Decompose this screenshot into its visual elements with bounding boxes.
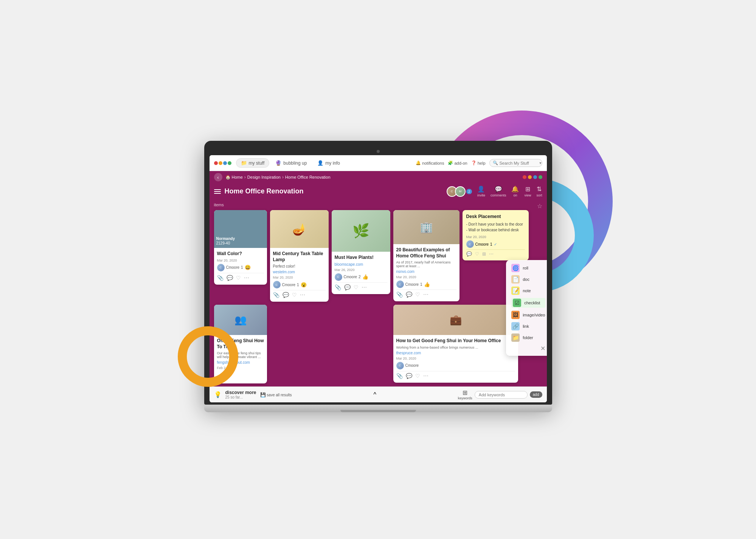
- add-image-video-btn[interactable]: 🖼 image/video: [511, 311, 545, 319]
- avatar-count: 2: [466, 189, 472, 194]
- notifications-btn[interactable]: 🔔 notifications: [416, 160, 444, 165]
- plants-comment[interactable]: 💬: [344, 284, 351, 290]
- wall-color-count: 1: [241, 265, 243, 270]
- search-input[interactable]: [500, 161, 537, 165]
- breadcrumb-design-inspiration[interactable]: Design Inspiration: [247, 175, 281, 179]
- like-action[interactable]: ♡: [236, 275, 241, 281]
- star-icon[interactable]: ☆: [537, 203, 542, 210]
- bubbling-up-icon: 🔮: [275, 160, 281, 166]
- lamp-title: Mid Century Task Table Lamp: [273, 251, 326, 263]
- logo-dot-orange: [219, 161, 222, 165]
- lamp-emoji: 😮: [301, 282, 307, 288]
- chevron-up-btn[interactable]: ^: [373, 391, 376, 398]
- menu-button[interactable]: [214, 189, 221, 194]
- lamp-clip[interactable]: 📎: [273, 292, 279, 298]
- gf-clip[interactable]: 📎: [396, 373, 403, 379]
- plants-like[interactable]: ♡: [354, 284, 359, 290]
- add-doc-btn[interactable]: 📄 doc: [511, 275, 545, 284]
- breadcrumb-home[interactable]: 🏠 Home: [225, 175, 243, 180]
- color-dots-group: [523, 175, 542, 179]
- plants-clip[interactable]: 📎: [335, 284, 341, 290]
- fengshui-comment[interactable]: 💬: [406, 291, 412, 298]
- invite-btn[interactable]: 👤 invite: [477, 185, 485, 197]
- on-btn[interactable]: 🔔 on: [511, 185, 519, 197]
- card-good-fengshui: 💼 How to Get Good Feng Shui in Your Home…: [393, 305, 518, 383]
- desk-comment-icon[interactable]: 💬: [466, 251, 472, 257]
- save-all-icon: 💾: [260, 392, 266, 397]
- back-button[interactable]: ‹: [214, 173, 222, 181]
- good-fengshui-img: 💼: [393, 305, 518, 335]
- page-title: Home Office Renovation: [225, 187, 447, 195]
- breadcrumb-home-office[interactable]: Home Office Renovation: [285, 175, 331, 179]
- gf-comment[interactable]: 💬: [406, 373, 412, 379]
- lamp-more[interactable]: ⋯: [300, 292, 305, 298]
- good-fengshui-link[interactable]: thespruce.com: [396, 351, 515, 355]
- good-fengshui-author: Cmoore: [405, 363, 419, 368]
- wall-color-actions: 📎 💬 ♡ ⋯: [217, 273, 264, 282]
- add-menu: 🌀 roll 📄 doc 📝 note ☑: [506, 260, 546, 356]
- fengshui-clip[interactable]: 📎: [396, 291, 403, 298]
- office-fengshui-link[interactable]: fengshui.about.com: [217, 360, 264, 365]
- keywords-label: keywords: [458, 396, 472, 400]
- app-topbar: 📁 my stuff 🔮 bubbling up 👤 my info: [210, 155, 547, 171]
- tab-group: 📁 my stuff 🔮 bubbling up 👤 my info: [236, 158, 416, 168]
- desk-placement-author: Cmoore: [475, 242, 489, 246]
- help-btn[interactable]: ❓ help: [471, 160, 486, 165]
- discover-label: discover more: [225, 390, 256, 395]
- invite-icon: 👤: [477, 185, 485, 193]
- desk-like-icon[interactable]: ♡: [475, 251, 479, 257]
- add-menu-close-btn[interactable]: ✕: [511, 345, 545, 352]
- dot-red: [523, 175, 526, 179]
- fengshui-more[interactable]: ⋯: [423, 291, 428, 298]
- fengshui-like[interactable]: ♡: [415, 291, 420, 298]
- wall-color-title: Wall Color?: [217, 251, 264, 257]
- tab-bubbling-up[interactable]: 🔮 bubbling up: [271, 158, 311, 168]
- comments-btn[interactable]: 💬 comments: [491, 185, 506, 197]
- on-icon: 🔔: [511, 185, 519, 193]
- notifications-label: notifications: [422, 161, 444, 165]
- desk-placement-title: Desk Placement: [466, 214, 525, 219]
- lamp-link[interactable]: westelm.com: [273, 270, 326, 274]
- add-link-btn[interactable]: 🔗 link: [511, 322, 545, 330]
- avatar-group[interactable]: C M 2: [447, 186, 472, 197]
- add-folder-btn[interactable]: 📁 folder: [511, 333, 545, 342]
- addon-btn[interactable]: 🧩 add-on: [448, 160, 467, 165]
- app-logo: [214, 161, 231, 165]
- more-action[interactable]: ⋯: [244, 275, 249, 281]
- plants-more[interactable]: ⋯: [362, 284, 367, 290]
- search-box[interactable]: 🔍 ▼: [489, 159, 542, 167]
- desk-more-icon[interactable]: ⊞: [482, 251, 486, 257]
- my-info-icon: 👤: [317, 160, 323, 166]
- dot-orange: [528, 175, 532, 179]
- header-bar: Home Office Renovation C M 2: [210, 183, 547, 199]
- lamp-count: 1: [297, 283, 299, 287]
- save-all-btn[interactable]: 💾 save all results: [260, 392, 292, 397]
- desk-placement-actions: 💬 ♡ ⊞ ⋯: [466, 249, 525, 257]
- add-note-btn[interactable]: 📝 note: [511, 287, 545, 295]
- desk-placement-check: ✓: [494, 242, 497, 246]
- lamp-comment[interactable]: 💬: [283, 292, 289, 298]
- search-dropdown-icon: ▼: [539, 161, 542, 165]
- desk-share-icon[interactable]: ⋯: [489, 251, 494, 257]
- comment-action[interactable]: 💬: [227, 275, 233, 281]
- note-icon: 📝: [511, 287, 520, 295]
- sort-btn[interactable]: ⇅ sort: [536, 185, 542, 197]
- keywords-btn[interactable]: ⊞ keywords: [458, 389, 472, 400]
- plants-author: Cmoore: [344, 275, 357, 279]
- add-roll-btn[interactable]: 🌀 roll: [511, 264, 545, 272]
- tab-my-stuff[interactable]: 📁 my stuff: [236, 158, 270, 168]
- add-keyword-btn[interactable]: add: [530, 391, 542, 398]
- gf-more[interactable]: ⋯: [423, 373, 428, 379]
- gf-like[interactable]: ♡: [415, 373, 420, 379]
- lamp-like[interactable]: ♡: [292, 292, 297, 298]
- trash-icon[interactable]: 🗑: [217, 376, 222, 382]
- fengshui-link[interactable]: nsnvo.com: [396, 270, 456, 274]
- plants-link[interactable]: bloomscape.com: [335, 262, 387, 266]
- keywords-input[interactable]: [475, 391, 528, 399]
- add-checklist-btn[interactable]: ☑ checklist: [511, 298, 545, 308]
- clip-action[interactable]: 📎: [217, 275, 224, 281]
- tab-my-info[interactable]: 👤 my info: [313, 158, 345, 168]
- view-btn[interactable]: ⊞ view: [524, 185, 531, 197]
- good-fengshui-actions: 📎 💬 ♡ ⋯: [396, 371, 515, 380]
- bottom-bar: 💡 discover more 25 so far... 💾 save all …: [210, 386, 547, 402]
